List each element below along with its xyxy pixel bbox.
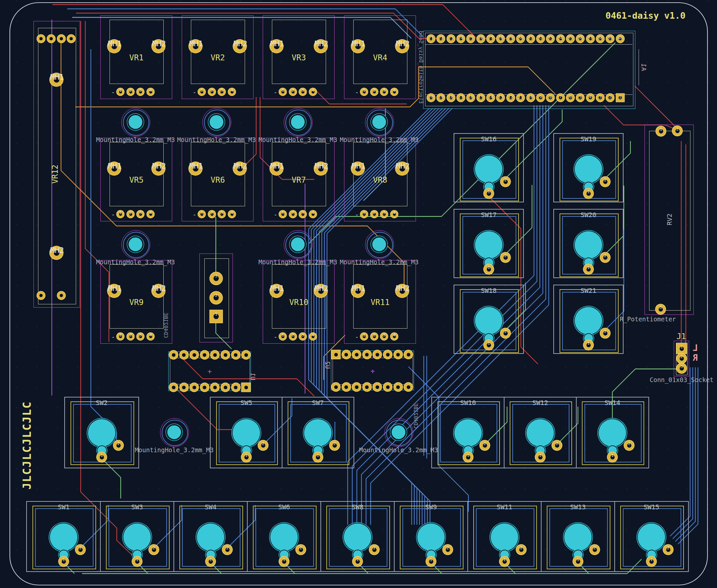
switch-cell-sw7[interactable]: SW721 bbox=[282, 397, 354, 468]
ic-pin-bottom[interactable] bbox=[232, 383, 240, 392]
switch-cell-sw1[interactable]: SW121 bbox=[27, 502, 100, 571]
vr-footprint-vr3[interactable]: MH1MH2VR3-1234 bbox=[263, 16, 335, 99]
switch-cell-sw9[interactable]: SW921 bbox=[394, 502, 468, 571]
switch-cap[interactable] bbox=[475, 307, 503, 335]
ic-pin-bottom[interactable] bbox=[383, 383, 392, 391]
ic-pin-top[interactable] bbox=[221, 351, 230, 359]
switch-cap[interactable] bbox=[475, 231, 503, 259]
vr12-pin-pad-2[interactable] bbox=[47, 35, 55, 43]
ic-pin-top[interactable] bbox=[201, 351, 209, 359]
switch-cap[interactable] bbox=[197, 523, 224, 551]
ic-pin-top[interactable] bbox=[363, 350, 371, 359]
ic-pin-bottom[interactable] bbox=[352, 383, 361, 391]
ic-pin-bottom[interactable] bbox=[169, 383, 178, 392]
switch-cell-sw6[interactable]: SW621 bbox=[247, 502, 321, 571]
switch-cap[interactable] bbox=[88, 419, 115, 447]
ic-pin-top[interactable] bbox=[332, 350, 340, 359]
switch-cell-sw16[interactable]: SW1621 bbox=[454, 134, 523, 202]
switch-cell-sw14[interactable]: SW1421 bbox=[576, 397, 649, 468]
switch-cap[interactable] bbox=[491, 523, 518, 551]
vr12-pin-pad-3[interactable] bbox=[57, 35, 65, 43]
switch-cell-sw17[interactable]: SW1721 bbox=[454, 210, 523, 277]
switch-cell-sw4[interactable]: SW421 bbox=[174, 502, 247, 571]
mounting-hole[interactable] bbox=[167, 425, 181, 439]
ic-pin-top[interactable] bbox=[383, 350, 392, 359]
vr-footprint-vr9[interactable]: MH1MH2VR9-1234 bbox=[100, 260, 172, 344]
ic-pin-top[interactable] bbox=[190, 351, 198, 359]
ic-pin-bottom[interactable] bbox=[332, 383, 340, 391]
switch-cap[interactable] bbox=[344, 523, 371, 551]
vr12-bottom-pad-1[interactable] bbox=[37, 292, 45, 299]
switch-cap[interactable] bbox=[575, 155, 602, 183]
ic-pin-bottom[interactable] bbox=[342, 383, 351, 391]
connector-a1[interactable]: 2122232425262728293031323334353637383940… bbox=[423, 31, 635, 109]
vr12-bottom-pad-2[interactable] bbox=[57, 292, 65, 299]
mounting-hole[interactable] bbox=[129, 115, 142, 129]
switch-cell-sw20[interactable]: SW2021 bbox=[554, 210, 623, 277]
switch-cell-sw19[interactable]: SW1921 bbox=[554, 134, 623, 202]
ic-pin-top[interactable] bbox=[232, 351, 240, 359]
ic-pin-top[interactable] bbox=[180, 351, 188, 359]
ic-pin-bottom[interactable] bbox=[211, 383, 219, 392]
switch-cell-sw21[interactable]: SW2121 bbox=[554, 285, 623, 353]
switch-cell-sw5[interactable]: SW521 bbox=[211, 397, 282, 468]
rv2-footprint[interactable]: 123RV2 bbox=[645, 125, 694, 315]
switch-cap[interactable] bbox=[270, 523, 298, 551]
switch-cap[interactable] bbox=[598, 419, 626, 447]
vr-footprint-vr1[interactable]: MH1MH2VR1-1234 bbox=[100, 16, 172, 99]
switch-cell-sw13[interactable]: SW1321 bbox=[541, 502, 615, 571]
aux-pot-footprint[interactable]: 321 bbox=[199, 253, 233, 342]
ic-pin-bottom[interactable] bbox=[394, 383, 402, 391]
vr-footprint-vr5[interactable]: MH1MH2VR5-1234 bbox=[100, 138, 172, 222]
mounting-hole[interactable] bbox=[372, 115, 386, 129]
vr-footprint-vr11[interactable]: MH1MH2VR11-1234 bbox=[344, 260, 416, 344]
vr-footprint-vr6[interactable]: MH1MH2VR6-1234 bbox=[182, 138, 254, 222]
switch-cap[interactable] bbox=[304, 419, 332, 447]
ic-pin-bottom[interactable] bbox=[242, 383, 250, 392]
switch-cell-sw15[interactable]: SW1521 bbox=[615, 502, 688, 571]
pcb-canvas[interactable]: 0461-daisy v1.0 MH1MH2VR1-1234MH1MH2VR2-… bbox=[0, 0, 717, 588]
switch-cap[interactable] bbox=[575, 307, 602, 335]
switch-cell-sw8[interactable]: SW821 bbox=[321, 502, 394, 571]
mounting-hole[interactable] bbox=[129, 237, 142, 251]
switch-cell-sw3[interactable]: SW321 bbox=[100, 502, 174, 571]
mounting-hole[interactable] bbox=[392, 425, 405, 439]
ic-socket-u2[interactable]: U2+ bbox=[331, 351, 414, 390]
vr-footprint-vr12[interactable]: MH1MH2VR12 bbox=[34, 21, 80, 308]
ic-pin-bottom[interactable] bbox=[363, 383, 371, 391]
ic-pin-bottom[interactable] bbox=[221, 383, 230, 392]
switch-cap[interactable] bbox=[638, 523, 665, 551]
vr-footprint-vr8[interactable]: MH1MH2VR8-1234 bbox=[344, 138, 416, 222]
ic-pin-bottom[interactable] bbox=[190, 383, 198, 392]
vr12-pin-pad-4[interactable] bbox=[67, 35, 75, 43]
ic-pin-bottom[interactable] bbox=[373, 383, 381, 391]
switch-cap[interactable] bbox=[575, 231, 602, 259]
vr-footprint-vr7[interactable]: MH1MH2VR7-1234 bbox=[263, 138, 335, 222]
ic-pin-top[interactable] bbox=[404, 350, 413, 359]
ic-pin-bottom[interactable] bbox=[201, 383, 209, 392]
ic-pin-top[interactable] bbox=[242, 351, 250, 359]
ic-socket-u1[interactable]: U1+ bbox=[168, 352, 251, 391]
switch-cell-sw2[interactable]: SW221 bbox=[65, 397, 139, 468]
switch-cap[interactable] bbox=[564, 523, 592, 551]
mounting-hole[interactable] bbox=[372, 237, 386, 251]
ic-pin-top[interactable] bbox=[169, 351, 178, 359]
switch-cell-sw10[interactable]: SW1021 bbox=[432, 397, 504, 468]
ic-pin-top[interactable] bbox=[394, 350, 402, 359]
ic-pin-top[interactable] bbox=[352, 350, 361, 359]
switch-cap[interactable] bbox=[123, 523, 151, 551]
mounting-hole[interactable] bbox=[210, 115, 224, 129]
ic-pin-top[interactable] bbox=[342, 350, 351, 359]
switch-cell-sw12[interactable]: SW1221 bbox=[504, 397, 576, 468]
mounting-hole[interactable] bbox=[291, 115, 305, 129]
switch-cap[interactable] bbox=[475, 155, 503, 183]
switch-cell-sw18[interactable]: SW1821 bbox=[454, 285, 523, 353]
ic-pin-bottom[interactable] bbox=[180, 383, 188, 392]
vr-footprint-vr10[interactable]: MH1MH2VR10-1234 bbox=[263, 260, 335, 344]
switch-cap[interactable] bbox=[526, 419, 554, 447]
j1-footprint[interactable]: 123 bbox=[674, 341, 689, 377]
ic-pin-bottom[interactable] bbox=[404, 383, 413, 391]
switch-cap[interactable] bbox=[454, 419, 482, 447]
mounting-hole[interactable] bbox=[291, 237, 305, 251]
vr-footprint-vr4[interactable]: MH1MH2VR4-1234 bbox=[344, 16, 416, 99]
